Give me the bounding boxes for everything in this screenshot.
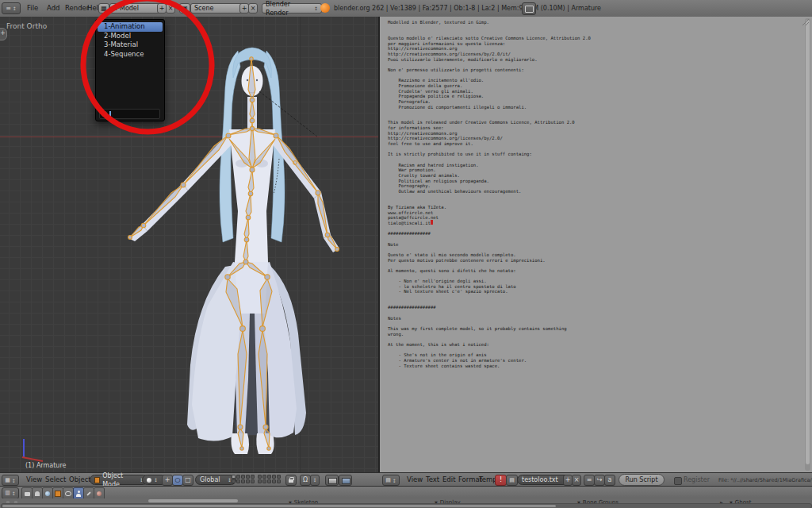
alert-icon: ! bbox=[500, 476, 502, 483]
cube-icon bbox=[55, 491, 61, 497]
info-editor-icon: ≡ bbox=[6, 4, 11, 13]
dropdown-item-animation[interactable]: 1-Animation bbox=[98, 22, 163, 32]
viewport-editor-icon: ▦ bbox=[5, 476, 10, 485]
close-icon: × bbox=[251, 5, 256, 12]
editor-type-selector-info[interactable]: ≡ ↕ bbox=[2, 2, 21, 14]
rotate-icon: ○ bbox=[175, 476, 181, 483]
blender-window: ≡ ↕ File Add Render Help ▦ 2-Model + × ▣… bbox=[0, 0, 812, 508]
text-editor-content[interactable]: Modelled in Blender, textured in Gimp. Q… bbox=[379, 17, 812, 368]
manipulator-rotate-button[interactable]: ○ bbox=[172, 475, 183, 486]
notebook-icon: ▤ bbox=[509, 477, 515, 483]
properties-scrollbar-track[interactable] bbox=[1, 503, 812, 508]
layout-delete-button[interactable]: × bbox=[166, 3, 175, 13]
orientation-select[interactable]: Global ↕ bbox=[195, 475, 236, 485]
browse-text-button[interactable]: ▤ bbox=[506, 475, 518, 486]
properties-content: ▼ Skeleton ▼ Display ▼ Bone Groups ▶ ▼ G… bbox=[0, 498, 812, 508]
editor-type-selector-properties[interactable]: ▥ ↕ bbox=[2, 487, 19, 499]
manipulator-scale-button[interactable]: □ bbox=[182, 475, 193, 486]
run-script-label: Run Script bbox=[625, 476, 657, 483]
blender-logo bbox=[320, 3, 330, 13]
info-header: ≡ ↕ File Add Render Help ▦ 2-Model + × ▣… bbox=[0, 0, 812, 17]
render-image-icon bbox=[328, 478, 337, 484]
lock-icon-body bbox=[289, 479, 293, 483]
orientation-value: Global bbox=[200, 475, 220, 484]
magnet-icon: Ω bbox=[303, 476, 308, 483]
updown-icon: ↕ bbox=[12, 489, 16, 498]
world-icon bbox=[45, 491, 50, 496]
layout-dropdown-menu: 1-Animation 2-Model 3-Material 4-Sequenc… bbox=[95, 19, 165, 121]
editor-scrollbar-track[interactable] bbox=[805, 18, 810, 471]
viewport-3d[interactable]: Front Ortho + bbox=[0, 17, 379, 472]
word-wrap-toggle[interactable]: ↪ bbox=[594, 475, 605, 486]
render-opengl-button[interactable] bbox=[325, 475, 339, 486]
plus-icon: + bbox=[242, 5, 247, 12]
text-editor-icon: ▤ bbox=[385, 476, 391, 485]
text-name-value: testoloo.txt bbox=[522, 475, 558, 484]
menu-add[interactable]: Add bbox=[44, 3, 63, 13]
line-numbers-icon: ≡ bbox=[587, 476, 592, 483]
editor-scrollbar-thumb[interactable] bbox=[806, 20, 810, 464]
layout-field[interactable]: 2-Model bbox=[109, 3, 162, 13]
dropdown-item-model[interactable]: 2-Model bbox=[98, 32, 163, 41]
layer-grid-2[interactable] bbox=[258, 475, 281, 483]
camera-icon bbox=[25, 492, 30, 496]
properties-editor-icon: ▥ bbox=[5, 489, 10, 498]
snap-target-select[interactable]: ↕ bbox=[310, 475, 320, 486]
dropdown-item-material[interactable]: 3-Material bbox=[98, 40, 163, 50]
updown-icon: ↕ bbox=[13, 4, 17, 13]
layout-field-value: 2-Model bbox=[113, 4, 139, 13]
menu-file[interactable]: File bbox=[24, 3, 41, 13]
mode-select[interactable]: Object Mode ↕ bbox=[90, 475, 148, 485]
dropdown-item-sequence[interactable]: 4-Sequence bbox=[98, 50, 163, 60]
register-checkbox[interactable] bbox=[674, 477, 682, 485]
run-script-button[interactable]: Run Script bbox=[619, 474, 665, 486]
syntax-highlight-toggle[interactable]: a bbox=[604, 475, 615, 486]
stats-text: blender.org 262 | Ve:1389 | Fa:2577 | Ob… bbox=[334, 5, 601, 12]
close-icon: × bbox=[168, 5, 174, 12]
updown-icon: ↕ bbox=[393, 476, 396, 485]
search-icon-handle bbox=[105, 114, 108, 117]
browse-scene-button[interactable]: ▣ bbox=[179, 3, 190, 13]
editor-type-selector-3d[interactable]: ▦ ↕ bbox=[2, 475, 19, 486]
snap-button[interactable]: Ω bbox=[300, 475, 311, 486]
layer-grid-1[interactable] bbox=[232, 475, 255, 483]
lock-button[interactable] bbox=[285, 475, 297, 486]
scene-icon: ▣ bbox=[182, 5, 188, 12]
file-path-label: File: *//..//shard/Shared/1MiaGrafica/Bl… bbox=[718, 477, 812, 483]
syntax-icon: a bbox=[608, 476, 612, 483]
text-cursor bbox=[431, 220, 433, 225]
file-conflict-alert-button[interactable]: ! bbox=[495, 475, 507, 486]
render-engine-select[interactable]: Blender Render ↕ bbox=[262, 3, 322, 13]
axis-gizmo bbox=[14, 436, 54, 464]
scene-field[interactable]: Scene bbox=[190, 3, 244, 13]
dropdown-search-input[interactable] bbox=[99, 109, 160, 119]
updown-icon: ↕ bbox=[312, 477, 316, 483]
text-unlink-button[interactable]: × bbox=[572, 475, 581, 486]
scene-props-icon bbox=[35, 491, 40, 496]
area-resize-grip[interactable] bbox=[801, 17, 810, 27]
object-mode-icon bbox=[94, 477, 100, 483]
character-model bbox=[0, 17, 379, 472]
person-icon bbox=[76, 491, 81, 497]
properties-scroll-pill[interactable] bbox=[148, 499, 238, 502]
engine-value: Blender Render bbox=[266, 0, 312, 17]
editor-type-selector-text[interactable]: ▤ ↕ bbox=[382, 475, 400, 486]
register-label: Register bbox=[684, 476, 710, 483]
area-divider[interactable] bbox=[378, 17, 380, 472]
word-wrap-icon: ↪ bbox=[597, 476, 603, 483]
line-numbers-toggle[interactable]: ≡ bbox=[584, 475, 595, 486]
scene-delete-button[interactable]: × bbox=[248, 3, 258, 13]
scene-field-value: Scene bbox=[194, 4, 213, 13]
properties-scrollbar-thumb[interactable] bbox=[2, 505, 556, 508]
material-icon bbox=[97, 491, 102, 496]
manipulator-translate-button[interactable]: + bbox=[162, 475, 173, 486]
shading-sphere-icon bbox=[147, 478, 151, 483]
wrench-icon bbox=[86, 491, 91, 496]
window-button[interactable] bbox=[522, 2, 536, 15]
render-anim-button[interactable] bbox=[339, 475, 352, 486]
browse-layout-button[interactable]: ▦ bbox=[98, 3, 109, 13]
plus-icon: + bbox=[159, 5, 165, 12]
render-clip-icon bbox=[342, 478, 350, 484]
search-text-cursor bbox=[109, 111, 111, 117]
text-editor[interactable]: Modelled in Blender, textured in Gimp. Q… bbox=[379, 17, 812, 472]
